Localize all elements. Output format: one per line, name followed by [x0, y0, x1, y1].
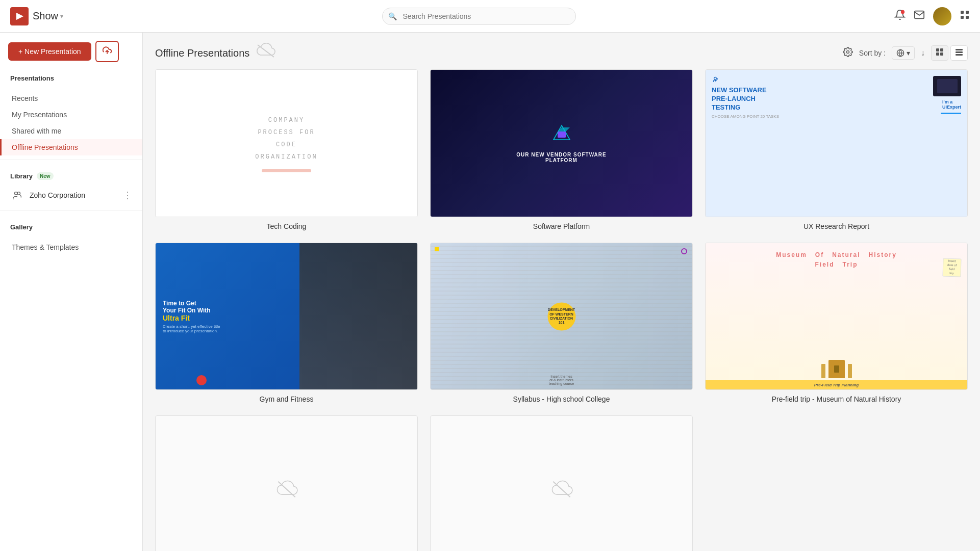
svg-rect-15	[936, 53, 939, 56]
library-section-header: Library New	[0, 164, 142, 184]
thumb-text-tech-coding: COMPANYPROCESS FORCODEORGANIZATION	[255, 114, 317, 172]
svg-point-7	[15, 192, 18, 195]
svg-point-1	[901, 10, 904, 14]
content-header: Offline Presentations Sort by :	[143, 33, 980, 69]
grid-view-button[interactable]	[931, 45, 948, 61]
search-bar: 🔍	[382, 8, 576, 25]
svg-point-8	[17, 192, 20, 195]
presentations-section-title: Presentations	[10, 74, 132, 82]
thumb-text-software: OUR NEW VENDOR SOFTWAREPLATFORM	[516, 152, 606, 163]
main-content: Offline Presentations Sort by :	[143, 33, 980, 551]
app-name: Show	[33, 10, 58, 22]
svg-rect-5	[966, 16, 969, 19]
apps-grid-icon[interactable]	[960, 10, 970, 22]
content-controls: Sort by : ▾ ↓	[843, 45, 968, 61]
card-thumb-tech-coding: COMPANYPROCESS FORCODEORGANIZATION	[155, 69, 418, 217]
list-view-button[interactable]	[950, 45, 968, 61]
sidebar-item-recents[interactable]: Recents	[0, 90, 142, 107]
sidebar-item-offline[interactable]: Offline Presentations	[0, 139, 142, 155]
card-thumb-museum: Museum Of Natural HistoryField Trip Inse…	[705, 243, 968, 390]
thumb-text-ux: NEW SOFTWAREPRE-LAUNCHTESTING CHOOSE AMO…	[712, 76, 928, 119]
content-title: Offline Presentations	[155, 43, 276, 63]
upload-button[interactable]	[95, 41, 119, 62]
card-label-ux: UX Research Report	[705, 222, 968, 230]
svg-rect-19	[956, 54, 963, 56]
svg-rect-13	[936, 48, 939, 51]
presentation-card-offline-2	[430, 415, 693, 551]
sidebar-item-shared[interactable]: Shared with me	[0, 123, 142, 139]
header-right	[894, 7, 970, 25]
svg-rect-2	[961, 11, 964, 14]
presentations-section: Presentations	[0, 66, 142, 90]
app-logo	[10, 7, 29, 25]
card-label-syllabus: Syllabus - High school College	[430, 395, 693, 403]
sidebar-item-my-presentations[interactable]: My Presentations	[0, 107, 142, 123]
card-thumb-offline-1	[155, 415, 418, 551]
svg-rect-18	[956, 51, 963, 53]
section-title: Offline Presentations	[155, 47, 249, 59]
card-label-museum: Pre-field trip - Museum of Natural Histo…	[705, 395, 968, 403]
sort-arrow-down: ▾	[907, 49, 910, 57]
svg-rect-4	[961, 16, 964, 19]
sort-dropdown[interactable]: ▾	[892, 46, 915, 60]
presentation-card-museum[interactable]: Museum Of Natural HistoryField Trip Inse…	[705, 243, 968, 404]
header-left: Show ▾	[10, 7, 63, 25]
svg-point-10	[846, 50, 849, 53]
card-thumb-offline-2	[430, 415, 693, 551]
header: Show ▾ 🔍	[0, 0, 980, 33]
presentation-card-software[interactable]: OUR NEW VENDOR SOFTWAREPLATFORM Software…	[430, 69, 693, 230]
presentation-card-offline-1	[155, 415, 418, 551]
settings-icon[interactable]	[843, 47, 853, 60]
avatar[interactable]	[933, 7, 951, 25]
library-item-name: Zoho Corporation	[30, 191, 123, 199]
library-new-badge: New	[37, 172, 54, 180]
library-item-icon	[10, 188, 24, 202]
search-icon: 🔍	[388, 12, 397, 20]
card-thumb-syllabus: DEVELOPMENTOF WESTERNCIVILIZATION101 Ins…	[430, 243, 693, 390]
card-thumb-ux: NEW SOFTWAREPRE-LAUNCHTESTING CHOOSE AMO…	[705, 69, 968, 217]
sidebar: + New Presentation Presentations Recents…	[0, 33, 143, 551]
offline-cloud-icon	[256, 43, 276, 63]
sort-direction-icon[interactable]: ↓	[921, 48, 925, 58]
card-label-tech-coding: Tech Coding	[155, 222, 418, 230]
sidebar-item-themes[interactable]: Themes & Templates	[0, 239, 142, 255]
presentation-card-syllabus[interactable]: DEVELOPMENTOF WESTERNCIVILIZATION101 Ins…	[430, 243, 693, 404]
sort-label: Sort by :	[859, 49, 886, 57]
library-item-zoho[interactable]: Zoho Corporation ⋮	[0, 184, 142, 206]
app-name-dropdown[interactable]: Show ▾	[33, 10, 63, 22]
svg-rect-16	[940, 53, 943, 56]
new-presentation-button[interactable]: + New Presentation	[8, 42, 91, 61]
svg-rect-17	[956, 49, 963, 50]
library-item-menu-icon[interactable]: ⋮	[123, 190, 132, 201]
thumb-title-museum: Museum Of Natural HistoryField Trip	[776, 250, 897, 270]
app-dropdown-arrow: ▾	[60, 13, 63, 20]
svg-rect-3	[966, 11, 969, 14]
gallery-section: Gallery	[0, 215, 142, 239]
thumb-text-gym: Time to Get Your Fit On With Ultra Fit C…	[163, 300, 410, 333]
svg-marker-0	[16, 13, 23, 20]
gallery-title: Gallery	[10, 223, 132, 231]
card-thumb-gym: Time to Get Your Fit On With Ultra Fit C…	[155, 243, 418, 390]
thumb-inner-software: OUR NEW VENDOR SOFTWAREPLATFORM	[516, 123, 606, 163]
card-label-software: Software Platform	[430, 222, 693, 230]
presentations-grid: COMPANYPROCESS FORCODEORGANIZATION Tech …	[143, 69, 980, 551]
svg-rect-14	[940, 48, 943, 51]
notification-icon[interactable]	[894, 9, 906, 23]
card-label-gym: Gym and Fitness	[155, 395, 418, 403]
library-title: Library	[10, 172, 33, 180]
svg-point-23	[714, 77, 717, 80]
card-thumb-software: OUR NEW VENDOR SOFTWAREPLATFORM	[430, 69, 693, 217]
presentation-card-ux[interactable]: NEW SOFTWAREPRE-LAUNCHTESTING CHOOSE AMO…	[705, 69, 968, 230]
presentation-card-tech-coding[interactable]: COMPANYPROCESS FORCODEORGANIZATION Tech …	[155, 69, 418, 230]
svg-rect-21	[558, 132, 566, 138]
presentation-card-gym[interactable]: Time to Get Your Fit On With Ultra Fit C…	[155, 243, 418, 404]
main-layout: + New Presentation Presentations Recents…	[0, 33, 980, 551]
mail-icon[interactable]	[914, 9, 925, 23]
view-toggle	[931, 45, 968, 61]
search-input[interactable]	[382, 8, 576, 25]
